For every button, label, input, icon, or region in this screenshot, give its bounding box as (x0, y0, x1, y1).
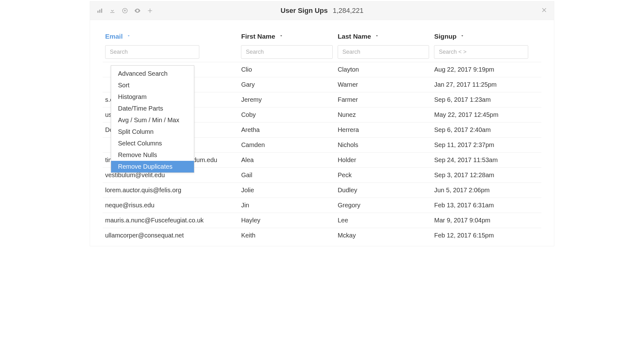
cell-first: Keith (239, 228, 335, 243)
cell-last: Dudley (335, 183, 432, 198)
cell-last: Peck (335, 168, 432, 183)
cell-last: Mckay (335, 228, 432, 243)
dropdown-item-date-time-parts[interactable]: Date/Time Parts (111, 103, 194, 114)
cell-first: Aretha (239, 123, 335, 138)
table-row[interactable]: mauris.a.nunc@Fuscefeugiat.co.ukHayleyLe… (103, 213, 541, 228)
dropdown-item-remove-nulls[interactable]: Remove Nulls (111, 149, 194, 161)
svg-rect-2 (101, 8, 102, 13)
search-input-signup[interactable] (434, 45, 528, 59)
column-label-last: Last Name (338, 33, 371, 40)
cell-signup: Jun 5, 2017 2:06pm (432, 183, 541, 198)
dropdown-item-split-column[interactable]: Split Column (111, 126, 194, 138)
cell-first: Coby (239, 107, 335, 123)
eye-icon[interactable] (134, 7, 141, 14)
cell-first: Alea (239, 153, 335, 168)
table-row[interactable]: lorem.auctor.quis@felis.orgJolieDudleyJu… (103, 183, 541, 198)
record-count: 1,284,221 (333, 7, 363, 15)
cell-signup: Sep 6, 2017 2:40am (432, 123, 541, 138)
cell-first: Jolie (239, 183, 335, 198)
cell-signup: Feb 13, 2017 6:31am (432, 198, 541, 213)
search-input-email[interactable] (105, 45, 199, 59)
cell-first: Clio (239, 62, 335, 77)
dropdown-item-avg-sum-min-max[interactable]: Avg / Sum / Min / Max (111, 114, 194, 126)
cell-signup: Jan 27, 2017 11:25pm (432, 77, 541, 92)
svg-rect-0 (98, 11, 99, 13)
column-header-last-name[interactable]: Last Name (335, 30, 432, 44)
dropdown-item-select-columns[interactable]: Select Columns (111, 138, 194, 149)
cell-signup: Feb 12, 2017 6:15pm (432, 228, 541, 243)
cell-signup: May 22, 2017 12:45pm (432, 107, 541, 123)
cell-signup: Aug 22, 2017 9:19pm (432, 62, 541, 77)
cell-last: Warner (335, 77, 432, 92)
column-label-email: Email (105, 33, 123, 40)
cell-signup: Sep 6, 2017 1:23am (432, 92, 541, 107)
chevron-down-icon (126, 32, 131, 40)
cell-signup: Mar 9, 2017 9:04pm (432, 213, 541, 228)
cell-signup: Sep 11, 2017 2:37pm (432, 138, 541, 153)
dropdown-item-remove-duplicates[interactable]: Remove Duplicates (111, 161, 194, 172)
column-header-signup[interactable]: Signup (432, 30, 541, 44)
cell-last: Nunez (335, 107, 432, 123)
column-dropdown: Advanced SearchSortHistogramDate/Time Pa… (111, 65, 194, 173)
column-label-first: First Name (241, 33, 275, 40)
plus-icon[interactable] (147, 7, 153, 14)
cell-signup: Sep 24, 2017 11:53am (432, 153, 541, 168)
cell-email: ullamcorper@consequat.net (103, 228, 239, 243)
cell-first: Gary (239, 77, 335, 92)
cell-first: Hayley (239, 213, 335, 228)
chevron-down-icon (460, 32, 464, 40)
chevron-down-icon (375, 32, 379, 40)
cell-first: Jeremy (239, 92, 335, 107)
cell-first: Camden (239, 138, 335, 153)
chart-icon[interactable] (96, 7, 103, 14)
cell-first: Jin (239, 198, 335, 213)
toolbar: User Sign Ups 1,284,221 (90, 1, 554, 20)
cell-signup: Sep 3, 2017 12:28am (432, 168, 541, 183)
table-container: Email First Name Last Name Signup (90, 20, 554, 246)
dropdown-item-histogram[interactable]: Histogram (111, 91, 194, 103)
cell-last: Clayton (335, 62, 432, 77)
chevron-down-icon (279, 32, 283, 40)
svg-rect-1 (99, 10, 100, 13)
dropdown-item-sort[interactable]: Sort (111, 79, 194, 91)
cell-last: Lee (335, 213, 432, 228)
cell-last: Holder (335, 153, 432, 168)
dropdown-item-advanced-search[interactable]: Advanced Search (111, 66, 194, 79)
download-circle-icon[interactable] (121, 7, 128, 14)
cell-email: mauris.a.nunc@Fuscefeugiat.co.uk (103, 213, 239, 228)
cell-email: lorem.auctor.quis@felis.org (103, 183, 239, 198)
table-row[interactable]: neque@risus.eduJinGregoryFeb 13, 2017 6:… (103, 198, 541, 213)
column-header-first-name[interactable]: First Name (239, 30, 335, 44)
search-input-first-name[interactable] (241, 45, 333, 59)
cell-email: neque@risus.edu (103, 198, 239, 213)
column-label-signup: Signup (434, 33, 456, 40)
download-icon[interactable] (109, 7, 116, 14)
column-header-email[interactable]: Email (103, 30, 239, 44)
cell-last: Farmer (335, 92, 432, 107)
search-input-last-name[interactable] (338, 45, 429, 59)
page-title: User Sign Ups (281, 7, 328, 15)
cell-last: Gregory (335, 198, 432, 213)
cell-last: Nichols (335, 138, 432, 153)
cell-first: Gail (239, 168, 335, 183)
cell-last: Herrera (335, 123, 432, 138)
table-row[interactable]: ullamcorper@consequat.netKeithMckayFeb 1… (103, 228, 541, 243)
svg-point-4 (137, 10, 138, 11)
close-icon[interactable] (541, 6, 548, 15)
